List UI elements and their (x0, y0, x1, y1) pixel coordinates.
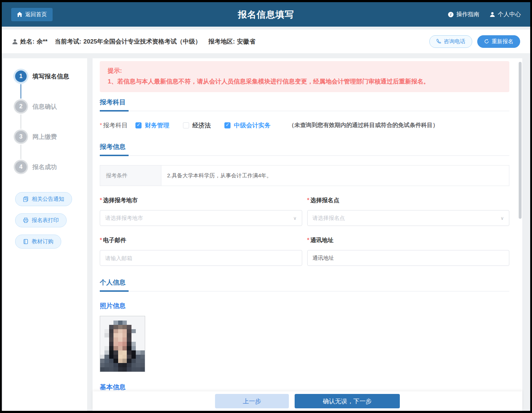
step-2-confirm: 2 信息确认 (15, 101, 87, 112)
address-label: *通讯地址 (307, 237, 510, 244)
condition-label: 报考条件 (100, 165, 161, 186)
guide-link[interactable]: i 操作指南 (448, 11, 479, 18)
step-connector (21, 114, 21, 129)
main-content: 提示: 1、若信息与本人最新信息不符，请从会计人员信息采集模块进行信息变更，经属… (93, 58, 522, 411)
app-window: 返回首页 报名信息填写 i 操作指南 个人中心 姓名: 余* (2, 2, 530, 411)
photo-section-title: 照片信息 (100, 301, 509, 310)
sidebar-buttons: 相关公告通知 报名表打印 教材订购 (15, 192, 87, 249)
consult-phone-button[interactable]: 咨询电话 (429, 35, 472, 48)
subject-checkbox-financial-management[interactable]: 财务管理 (135, 121, 169, 130)
announcement-icon (23, 196, 28, 202)
person-icon (12, 38, 18, 45)
step-1-label: 填写报名信息 (32, 72, 69, 81)
announcements-button[interactable]: 相关公告通知 (15, 192, 72, 206)
step-3-payment: 3 网上缴费 (15, 131, 87, 142)
reregister-label: 重新报名 (492, 38, 513, 45)
condition-value: 2.具备大学本科学历，从事会计工作满4年。 (161, 165, 509, 186)
step-3-label: 网上缴费 (32, 133, 57, 141)
checkbox-unchecked-icon (183, 122, 189, 128)
name-value: 余** (37, 37, 48, 46)
city-label: *选择报考地市 (100, 197, 302, 204)
section-underline (100, 110, 129, 112)
site-select[interactable]: 请选择报名点 ∨ (307, 210, 510, 226)
textbook-order-label: 教材订购 (32, 238, 53, 245)
reregister-button[interactable]: 重新报名 (477, 35, 520, 48)
input-row: *电子邮件 *通讯地址 (100, 226, 509, 266)
address-input[interactable] (307, 250, 510, 266)
guide-label: 操作指南 (456, 11, 479, 18)
name-label: 姓名: (20, 37, 35, 46)
subject-checkbox-intermediate-accounting[interactable]: 中级会计实务 (224, 121, 271, 130)
chevron-down-icon: ∨ (293, 215, 297, 221)
section-subjects-header: 报考科目 (100, 98, 509, 111)
notice-title: 提示: (108, 65, 501, 76)
required-mark: * (100, 197, 102, 203)
user-icon (489, 12, 495, 17)
home-icon (17, 12, 22, 17)
section-exam-info-header: 报考信息 (100, 142, 509, 156)
exam-label: 当前考试: (55, 37, 81, 46)
user-info-bar: 姓名: 余** 当前考试: 2025年全国会计专业技术资格考试（中级） 报考地区… (2, 30, 530, 53)
print-form-label: 报名表打印 (32, 217, 59, 224)
user-center-label: 个人中心 (498, 11, 521, 18)
subject-label: 财务管理 (145, 121, 169, 130)
phone-icon (436, 39, 441, 44)
subjects-note: （未查询到您有效期内的通过科目或符合的免试条件科目） (289, 122, 438, 129)
step-2-label: 信息确认 (32, 103, 57, 111)
checkbox-checked-icon (135, 122, 142, 128)
user-info-text: 姓名: 余** 当前考试: 2025年全国会计专业技术资格考试（中级） 报考地区… (12, 37, 255, 46)
checkbox-checked-icon (224, 122, 231, 128)
subjects-checkbox-row: * 报考科目 财务管理 经济法 中级会计实务 （未查询到您有效期内的通过科目或符… (100, 121, 509, 130)
step-4-label: 报名成功 (32, 163, 57, 171)
id-photo (100, 316, 145, 372)
site-placeholder: 请选择报名点 (313, 215, 345, 222)
previous-step-button[interactable]: 上一步 (215, 394, 289, 408)
basic-section-title: 基本信息 (100, 383, 509, 391)
announcements-label: 相关公告通知 (32, 196, 64, 203)
email-input[interactable] (100, 250, 302, 266)
section-personal-header: 个人信息 (100, 278, 509, 291)
notice-alert: 提示: 1、若信息与本人最新信息不符，请从会计人员信息采集模块进行信息变更，经属… (100, 61, 509, 92)
required-mark: * (100, 122, 102, 129)
section-underline (100, 290, 129, 292)
city-select[interactable]: 请选择报考地市 ∨ (100, 210, 302, 226)
subject-label: 经济法 (192, 121, 211, 130)
required-mark: * (307, 237, 309, 243)
back-home-button[interactable]: 返回首页 (11, 8, 53, 21)
required-mark: * (100, 237, 102, 243)
footer-bar: 上一步 确认无误，下一步 (93, 391, 522, 411)
top-header: 返回首页 报名信息填写 i 操作指南 个人中心 (2, 2, 530, 27)
step-4-success: 4 报名成功 (15, 161, 87, 173)
subjects-group-label: 报考科目 (103, 121, 128, 130)
required-mark: * (307, 197, 309, 203)
info-icon: i (448, 12, 454, 18)
site-label: *选择报名点 (307, 197, 510, 204)
print-form-button[interactable]: 报名表打印 (15, 213, 67, 227)
step-4-number: 4 (15, 161, 27, 173)
user-bar-actions: 咨询电话 重新报名 (429, 35, 520, 48)
email-label: *电子邮件 (100, 237, 302, 244)
printer-icon (23, 218, 28, 223)
refresh-icon (484, 39, 489, 44)
sidebar: 1 填写报名信息 2 信息确认 3 网上缴费 4 报名成功 相关公告通知 (3, 58, 87, 411)
user-center-link[interactable]: 个人中心 (489, 11, 521, 18)
vertical-scrollbar[interactable] (519, 62, 522, 219)
consult-phone-label: 咨询电话 (444, 38, 465, 45)
back-home-label: 返回首页 (25, 11, 47, 18)
confirm-next-button[interactable]: 确认无误，下一步 (295, 394, 400, 408)
section-underline (100, 155, 129, 156)
chevron-down-icon: ∨ (500, 215, 504, 221)
notice-line: 1、若信息与本人最新信息不符，请从会计人员信息采集模块进行信息变更，经属地会计管… (108, 76, 501, 87)
subject-label: 中级会计实务 (234, 121, 271, 130)
section-exam-info-title: 报考信息 (100, 143, 126, 150)
book-icon (23, 239, 28, 244)
header-menu: i 操作指南 个人中心 (448, 11, 521, 18)
step-2-number: 2 (15, 101, 27, 112)
exam-value: 2025年全国会计专业技术资格考试（中级） (84, 37, 201, 46)
step-connector (21, 84, 21, 99)
step-1-number: 1 (15, 71, 27, 82)
section-personal-title: 个人信息 (100, 279, 126, 286)
textbook-order-button[interactable]: 教材订购 (15, 235, 61, 249)
subject-checkbox-economic-law[interactable]: 经济法 (183, 121, 211, 130)
select-row: *选择报考地市 请选择报考地市 ∨ *选择报名点 请选择报名点 ∨ (100, 186, 509, 226)
